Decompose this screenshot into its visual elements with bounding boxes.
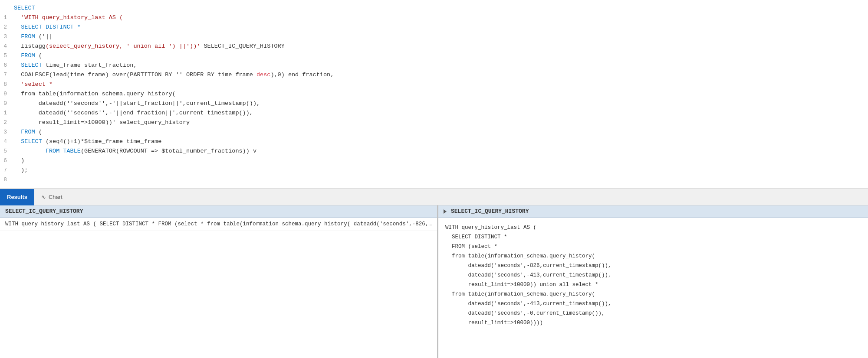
code-line: SELECT <box>0 3 868 13</box>
left-panel: SELECT_IC_QUERY_HISTORY WITH query_histo… <box>0 205 438 358</box>
line-number: 5 <box>0 51 14 61</box>
line-number: 7 <box>0 166 14 175</box>
right-column-header-text: SELECT_IC_QUERY_HISTORY <box>451 208 529 215</box>
line-number: 6 <box>0 61 14 70</box>
code-lines: SELECT1 'WITH query_history_last AS (2 S… <box>0 0 868 188</box>
line-content: FROM ( <box>14 127 868 137</box>
code-line: 1 dateadd(''seconds'',-'||end_fraction||… <box>0 108 868 118</box>
line-number: 8 <box>0 80 14 89</box>
code-line: 5 FROM TABLE(GENERATOR(ROWCOUNT => $tota… <box>0 146 868 156</box>
line-content: 'WITH query_history_last AS ( <box>14 13 868 23</box>
left-data-row: WITH query_history_last AS ( SELECT DIST… <box>0 218 437 231</box>
line-content: FROM TABLE(GENERATOR(ROWCOUNT => $total_… <box>14 146 868 156</box>
code-line: 8 <box>0 175 868 185</box>
line-number: 9 <box>0 89 14 99</box>
triangle-icon <box>444 209 447 214</box>
code-line: 6 SELECT time_frame start_fraction, <box>0 61 868 70</box>
line-number: 4 <box>0 42 14 51</box>
code-line: 0 dateadd(''seconds'',-'||start_fraction… <box>0 99 868 108</box>
line-number: 2 <box>0 23 14 32</box>
chart-icon: ∿ <box>41 194 46 200</box>
line-content: SELECT DISTINCT * <box>14 23 868 32</box>
line-number: 4 <box>0 137 14 146</box>
line-content: dateadd(''seconds'',-'||start_fraction||… <box>14 99 868 108</box>
left-column-header-text: SELECT_IC_QUERY_HISTORY <box>5 208 83 215</box>
code-line: 1 'WITH query_history_last AS ( <box>0 13 868 23</box>
results-area: SELECT_IC_QUERY_HISTORY WITH query_histo… <box>0 205 868 358</box>
line-content: SELECT <box>14 3 868 13</box>
line-content: listagg(select_query_history, ' union al… <box>14 42 868 51</box>
tab-chart[interactable]: ∿ Chart <box>34 189 69 205</box>
code-line: 4 listagg(select_query_history, ' union … <box>0 42 868 51</box>
line-content: result_limit=>10000))' select_query_hist… <box>14 118 868 127</box>
line-number: 2 <box>0 118 14 127</box>
right-column-header: SELECT_IC_QUERY_HISTORY <box>438 205 868 218</box>
line-content: 'select * <box>14 80 868 89</box>
code-line: 4 SELECT (seq4()+1)*$time_frame time_fra… <box>0 137 868 146</box>
line-number: 7 <box>0 70 14 80</box>
line-number: 3 <box>0 32 14 42</box>
code-line: 8 'select * <box>0 80 868 89</box>
line-content: FROM ('|| <box>14 32 868 42</box>
code-line: 7 COALESCE(lead(time_frame) over(PARTITI… <box>0 70 868 80</box>
code-line: 2 SELECT DISTINCT * <box>0 23 868 32</box>
right-content: WITH query_history_last AS ( SELECT DIST… <box>438 218 868 333</box>
line-content: from table(information_schema.query_hist… <box>14 89 868 99</box>
line-number: 8 <box>0 175 14 185</box>
line-content: ); <box>14 166 868 175</box>
tab-results[interactable]: Results <box>0 189 34 205</box>
left-column-header: SELECT_IC_QUERY_HISTORY <box>0 205 437 218</box>
tab-chart-label: Chart <box>49 194 62 200</box>
line-content: dateadd(''seconds'',-'||end_fraction||',… <box>14 108 868 118</box>
right-panel: SELECT_IC_QUERY_HISTORY WITH query_histo… <box>438 205 868 358</box>
line-number: 3 <box>0 127 14 137</box>
code-line: 6 ) <box>0 156 868 166</box>
tabs-bar: Results ∿ Chart <box>0 189 868 205</box>
code-line: 3 FROM ('|| <box>0 32 868 42</box>
line-number: 6 <box>0 156 14 166</box>
line-content: FROM ( <box>14 51 868 61</box>
line-content: SELECT (seq4()+1)*$time_frame time_frame <box>14 137 868 146</box>
code-editor[interactable]: SELECT1 'WITH query_history_last AS (2 S… <box>0 0 868 189</box>
code-line: 7 ); <box>0 166 868 175</box>
code-line: 9 from table(information_schema.query_hi… <box>0 89 868 99</box>
line-number: 1 <box>0 108 14 118</box>
line-number: 1 <box>0 13 14 23</box>
code-line: 5 FROM ( <box>0 51 868 61</box>
code-line: 2 result_limit=>10000))' select_query_hi… <box>0 118 868 127</box>
line-content: COALESCE(lead(time_frame) over(PARTITION… <box>14 70 868 80</box>
line-content: ) <box>14 156 868 166</box>
line-content: SELECT time_frame start_fraction, <box>14 61 868 70</box>
line-number: 5 <box>0 146 14 156</box>
code-line: 3 FROM ( <box>0 127 868 137</box>
line-number: 0 <box>0 99 14 108</box>
